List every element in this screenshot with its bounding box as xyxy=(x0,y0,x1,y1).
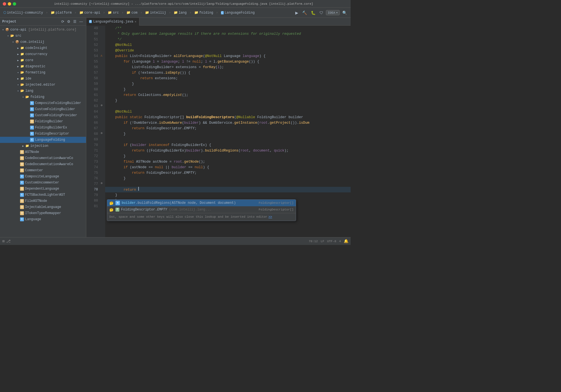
code-line-54: public List<FoldingBuilder> allForLangua… xyxy=(105,53,351,59)
nav-core-api[interactable]: 📁 core-api xyxy=(78,10,102,15)
tree-item-injected-editor[interactable]: ▾ 📂 injected.editor xyxy=(0,82,86,88)
tree-item-customfoldingprovider[interactable]: C CustomFoldingProvider xyxy=(0,112,86,118)
tree-label-customfoldingprovider: CustomFoldingProvider xyxy=(35,113,77,117)
tree-item-commenter[interactable]: I Commenter xyxy=(0,167,86,173)
class-icon-fcts: C xyxy=(20,193,24,197)
tree-item-fileastnode[interactable]: I FileASTNode xyxy=(0,198,86,204)
vcs-icon[interactable]: ⎇ xyxy=(6,239,11,244)
fmt-arrow: ▾ xyxy=(16,71,20,74)
sidebar-header: Project ⟳ ⚙ ☰ — xyxy=(0,18,86,26)
ac-item-2[interactable]: 🤔 f FoldingDescriptor.EMPTY (com.intelli… xyxy=(107,206,296,213)
ac-hint-link[interactable]: >> xyxy=(269,214,272,220)
ac-item-1[interactable]: 🤔 m builder.buildFoldRegions(ASTNode nod… xyxy=(107,200,296,206)
tree-item-compositefolding[interactable]: C CompositeFoldingBuilder xyxy=(0,100,86,106)
tree-item-ide[interactable]: ▶ 📁 ide xyxy=(0,76,86,82)
tree-item-codedocaware1[interactable]: I CodeDocumentationAwareCo xyxy=(0,155,86,161)
maximize-button[interactable] xyxy=(13,2,16,6)
tree-item-customfoldingbuilder[interactable]: C CustomFoldingBuilder xyxy=(0,106,86,112)
gutter-fold-65[interactable]: ⊕ xyxy=(101,103,103,107)
nav-lang[interactable]: 📁 lang xyxy=(173,10,188,15)
settings-icon[interactable]: ⚙ xyxy=(66,19,71,24)
idea-selector[interactable]: IDEA ▾ xyxy=(326,10,340,15)
tree-label-ide: ide xyxy=(25,77,31,81)
tree-item-lang[interactable]: ▾ 📂 lang xyxy=(0,88,86,94)
search-button[interactable]: 🔍 xyxy=(341,10,348,16)
tree-item-itokentype[interactable]: I ITokenTypeRemapper xyxy=(0,210,86,216)
sync-icon[interactable]: ⟳ xyxy=(60,19,65,24)
nav-intellij[interactable]: 📁 intellij xyxy=(144,10,167,15)
class-icon-customfoldingprovider: C xyxy=(30,113,34,117)
debug-button[interactable]: 🐛 xyxy=(309,10,317,16)
tree-item-formatting[interactable]: ▾ 📂 formatting xyxy=(0,70,86,76)
ln-54: 54 xyxy=(86,53,100,59)
project-tree: ▾ 📦 core-api [intellij.platform.core] ▾ … xyxy=(0,26,86,237)
tree-item-concurrency[interactable]: ▶ 📁 concurrency xyxy=(0,51,86,57)
interface-icon-itokentype: I xyxy=(20,211,24,215)
gutter-fold-70[interactable]: ⊕ xyxy=(101,131,103,135)
ac-text-1: builder.buildFoldRegions(ASTNode node, D… xyxy=(122,200,257,206)
code-line-64: @NotNull xyxy=(105,109,351,115)
chevron-down-icon: ▾ xyxy=(336,11,338,14)
tree-item-language[interactable]: C Language xyxy=(0,216,86,222)
tree-item-root[interactable]: ▾ 📦 core-api [intellij.platform.core] xyxy=(0,27,86,33)
ln-69: 69 xyxy=(86,137,100,142)
tree-item-core[interactable]: ▶ 📁 core xyxy=(0,57,86,63)
line-ending[interactable]: LF xyxy=(321,240,324,243)
terminal-icon[interactable]: ⊞ xyxy=(2,239,4,244)
tree-item-dependentlang[interactable]: I DependentLanguage xyxy=(0,186,86,192)
cursor-position[interactable]: 78:12 xyxy=(309,240,318,243)
tab-languagefolding[interactable]: C LanguageFolding.java ✕ xyxy=(86,18,139,26)
gear-icon[interactable]: ☰ xyxy=(72,19,77,24)
code-content[interactable]: /** * Only queries base language results… xyxy=(105,26,351,237)
tree-item-fcts[interactable]: C FCTSBackedLighterAST xyxy=(0,192,86,198)
run-button[interactable]: ▶ xyxy=(294,10,300,16)
tree-item-astnode[interactable]: I ASTNode xyxy=(0,149,86,155)
tree-item-foldingbuilderex[interactable]: C FoldingBuilderEx xyxy=(0,125,86,131)
ln-50: 50 xyxy=(86,31,100,37)
code-line-50: * Only queries base language results if … xyxy=(105,31,351,37)
tab-close-icon[interactable]: ✕ xyxy=(135,20,136,23)
tree-item-codedocaware2[interactable]: I CodeDocumentationAwareCo xyxy=(0,161,86,167)
indent-size[interactable]: 4 xyxy=(339,240,341,243)
build-button[interactable]: 🔨 xyxy=(301,10,308,16)
com-arrow: ▾ xyxy=(11,41,15,44)
tree-label-codedocaware1: CodeDocumentationAwareCo xyxy=(25,156,73,160)
code-editor[interactable]: 49 50 51 52 53 54 55 56 57 58 59 60 61 6… xyxy=(86,26,351,237)
tree-item-injectablelang[interactable]: I InjectableLanguage xyxy=(0,204,86,210)
tree-item-customuncommenter[interactable]: C CustomUncommenter xyxy=(0,180,86,186)
tree-item-codeinsight[interactable]: ▶ 📁 codeInsight xyxy=(0,45,86,51)
nav-lang-label: lang xyxy=(179,11,187,15)
tree-item-languagefolding[interactable]: C LanguageFolding xyxy=(0,137,86,143)
nav-platform[interactable]: 📁 platform xyxy=(50,10,73,15)
tree-item-foldingbuilder[interactable]: I FoldingBuilder xyxy=(0,118,86,125)
tree-item-foldingdescriptor[interactable]: C FoldingDescriptor xyxy=(0,131,86,137)
tree-item-src[interactable]: ▾ 📂 src xyxy=(0,33,86,39)
encoding[interactable]: UTF-8 xyxy=(327,240,336,243)
nav-folding[interactable]: 📁 folding xyxy=(193,10,214,15)
tree-label-compositelang: CompositeLanguage xyxy=(25,175,59,178)
tree-label-commenter: Commenter xyxy=(25,168,43,172)
tree-item-injection[interactable]: ▶ 📁 injection xyxy=(0,143,86,149)
minimize-panel-icon[interactable]: — xyxy=(78,19,84,24)
nav-com[interactable]: 📁 com xyxy=(125,10,139,15)
code-line-76: } xyxy=(105,176,351,181)
close-button[interactable] xyxy=(3,2,6,6)
notifications-icon[interactable]: 🔔 xyxy=(344,239,348,244)
tree-item-compositelang[interactable]: C CompositeLanguage xyxy=(0,173,86,180)
autocomplete-popup: 🤔 m builder.buildFoldRegions(ASTNode nod… xyxy=(107,199,296,221)
gutter-fold-79[interactable]: ⊕ xyxy=(101,181,103,185)
ln-51: 51 xyxy=(86,37,100,42)
ac-field-icon-2: f xyxy=(115,208,119,212)
coverage-button[interactable]: 🛡 xyxy=(318,10,325,16)
tree-item-folding[interactable]: ▾ 📂 folding xyxy=(0,94,86,100)
nav-project[interactable]: ⬡ intellij-community xyxy=(2,10,44,15)
code-line-52: @NotNull xyxy=(105,42,351,48)
sidebar-icons: ⟳ ⚙ ☰ — xyxy=(60,19,84,24)
code-line-75: return FoldingDescriptor.EMPTY; xyxy=(105,170,351,176)
tree-item-diagnostic[interactable]: ▶ 📁 diagnostic xyxy=(0,63,86,70)
nav-class[interactable]: C LanguageFolding xyxy=(220,10,256,15)
nav-src[interactable]: 📁 src xyxy=(107,10,120,15)
minimize-button[interactable] xyxy=(8,2,11,6)
tabs-bar: C LanguageFolding.java ✕ xyxy=(86,18,351,26)
tree-item-com-intellij[interactable]: ▾ 📦 com.intellij xyxy=(0,39,86,45)
